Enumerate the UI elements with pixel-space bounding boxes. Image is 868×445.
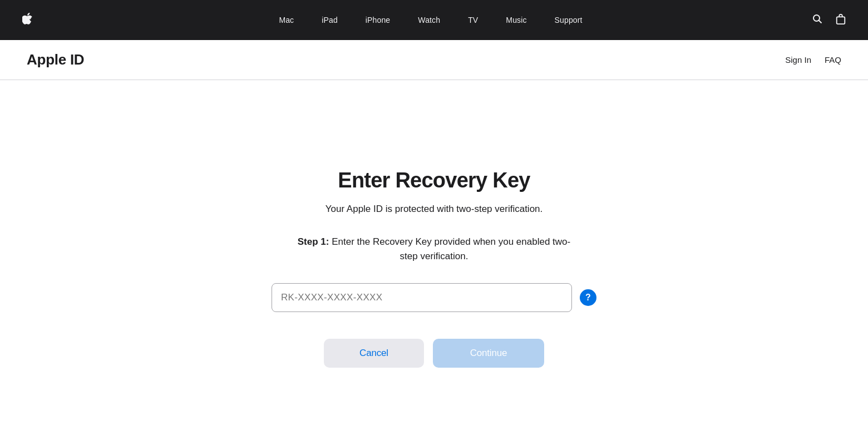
faq-link[interactable]: FAQ — [825, 55, 841, 65]
question-mark-icon: ? — [585, 293, 591, 302]
nav-links-list: Mac iPad iPhone Watch TV Music Support — [49, 15, 812, 25]
nav-item-ipad[interactable]: iPad — [322, 15, 338, 25]
svg-point-0 — [813, 15, 820, 21]
page-title: Apple ID — [27, 51, 84, 68]
search-icon[interactable] — [812, 14, 822, 27]
nav-item-iphone[interactable]: iPhone — [366, 15, 390, 25]
nav-right-icons — [812, 13, 846, 27]
step-label: Step 1: — [298, 236, 329, 247]
help-icon-button[interactable]: ? — [580, 289, 596, 306]
nav-item-support[interactable]: Support — [555, 15, 583, 25]
top-navigation: Mac iPad iPhone Watch TV Music Support — [0, 0, 868, 40]
svg-line-1 — [819, 20, 822, 23]
sub-navigation: Apple ID Sign In FAQ — [0, 40, 868, 80]
continue-button[interactable]: Continue — [433, 339, 544, 368]
sub-nav-right: Sign In FAQ — [785, 55, 841, 65]
main-content: Enter Recovery Key Your Apple ID is prot… — [0, 80, 868, 445]
apple-logo-icon[interactable] — [22, 13, 32, 28]
recovery-key-input[interactable] — [272, 283, 572, 312]
nav-item-watch[interactable]: Watch — [418, 15, 440, 25]
button-row: Cancel Continue — [324, 339, 544, 368]
nav-item-tv[interactable]: TV — [468, 15, 478, 25]
recovery-key-title: Enter Recovery Key — [338, 169, 530, 192]
step-instructions: Step 1: Enter the Recovery Key provided … — [289, 235, 579, 263]
input-row: ? — [272, 283, 596, 312]
protection-subtitle: Your Apple ID is protected with two-step… — [326, 204, 543, 215]
bag-icon[interactable] — [836, 13, 846, 27]
svg-rect-2 — [837, 17, 845, 24]
nav-item-music[interactable]: Music — [506, 15, 526, 25]
step-description: Enter the Recovery Key provided when you… — [329, 236, 570, 261]
nav-item-mac[interactable]: Mac — [279, 15, 294, 25]
cancel-button[interactable]: Cancel — [324, 339, 424, 368]
sign-in-link[interactable]: Sign In — [785, 55, 811, 65]
